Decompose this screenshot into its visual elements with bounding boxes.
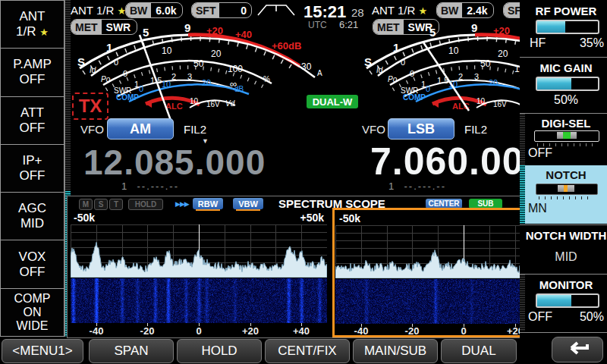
- digi-sel-state: OFF: [528, 146, 552, 160]
- notch-width-value: MID: [525, 250, 607, 264]
- ant-value: 1/R ★: [16, 24, 49, 40]
- main-sft-chip[interactable]: SFT 0: [191, 2, 252, 18]
- digi-sel-knob[interactable]: [557, 132, 577, 139]
- left-function-sidebar: ANT 1/R ★ P.AMP OFF ATT OFF IP+ OFF AGC …: [0, 0, 65, 337]
- svg-text:9: 9: [471, 24, 477, 34]
- svg-text:COMP: COMP: [116, 93, 139, 102]
- return-button[interactable]: [552, 337, 603, 362]
- svg-text:Id: Id: [376, 66, 383, 74]
- svg-text:2: 2: [458, 72, 463, 81]
- sidebar-item-ant[interactable]: ANT 1/R ★: [0, 0, 64, 48]
- main-memory-line: 1 --.---.--: [121, 180, 179, 192]
- sub-mode-button[interactable]: LSB: [388, 118, 454, 140]
- svg-text:10: 10: [162, 80, 171, 89]
- scope-t-button[interactable]: T: [109, 199, 123, 210]
- svg-text:+60dB: +60dB: [272, 40, 301, 52]
- mainsub-button[interactable]: MAIN/SUB: [353, 339, 438, 363]
- sidebar-item-comp[interactable]: COMP ON WIDE: [0, 288, 64, 337]
- main-scope-right-edge: +50k: [300, 212, 324, 224]
- notch-panel[interactable]: NOTCH MN: [525, 165, 607, 224]
- menu1-button[interactable]: <MENU1>: [2, 339, 83, 363]
- digi-sel-panel[interactable]: DIGI-SEL OFF: [525, 115, 607, 165]
- star-icon: ★: [418, 5, 427, 17]
- main-fil-label[interactable]: FIL2: [184, 123, 206, 136]
- vbw-button[interactable]: VBW: [233, 198, 263, 209]
- main-ant-indicator[interactable]: ANT 1/R ★: [71, 4, 126, 17]
- svg-text:2: 2: [171, 72, 176, 81]
- sidebar-item-vox[interactable]: VOX OFF: [0, 240, 64, 287]
- svg-text:Vd: Vd: [225, 99, 235, 108]
- rbw-button[interactable]: RBW: [193, 198, 223, 209]
- notch-slider[interactable]: [536, 184, 598, 195]
- scope-arrows-icon: ▶▶▶: [175, 200, 189, 208]
- dual-button[interactable]: DUAL: [441, 339, 517, 363]
- rf-power-bar[interactable]: [536, 20, 599, 34]
- mic-gain-bar[interactable]: [536, 77, 599, 91]
- scope-main-button[interactable]: M: [79, 199, 93, 210]
- svg-text:16V: 16V: [493, 100, 507, 108]
- filter-shape-icon[interactable]: [256, 3, 296, 16]
- scope-sub-button[interactable]: S: [94, 199, 108, 210]
- svg-text:S: S: [364, 55, 372, 68]
- centfix-button[interactable]: CENT/FIX: [265, 339, 350, 363]
- digi-sel-knob-center: [563, 132, 571, 139]
- svg-text:50: 50: [193, 58, 204, 69]
- notch-knob[interactable]: [558, 185, 574, 192]
- svg-text:20: 20: [489, 78, 498, 87]
- sub-ant-indicator[interactable]: ANT 1/R ★: [372, 4, 427, 17]
- svg-text:20: 20: [211, 49, 222, 59]
- svg-text:Po: Po: [388, 75, 398, 83]
- svg-text:0: 0: [114, 58, 118, 67]
- sub-fil-label[interactable]: FIL2: [464, 123, 487, 136]
- monitor-bar[interactable]: [536, 293, 599, 308]
- svg-text:10: 10: [190, 97, 199, 105]
- svg-text:10: 10: [448, 46, 459, 56]
- dualwatch-badge: DUAL-W: [307, 95, 358, 108]
- main-frequency-display[interactable]: 12.085.000: [83, 142, 266, 183]
- digi-sel-slider[interactable]: [534, 130, 599, 142]
- sidebar-item-ipplus[interactable]: IP+ OFF: [0, 144, 64, 192]
- svg-text:1: 1: [106, 41, 112, 54]
- svg-text:0: 0: [410, 69, 414, 78]
- svg-text:Id: Id: [90, 66, 96, 74]
- svg-text:3: 3: [187, 72, 192, 81]
- clock-seconds: 28: [351, 6, 364, 19]
- svg-text:A: A: [317, 69, 322, 77]
- main-analog-meter: S 1 5 9 +20 +40 +60dB Id 0 10 20 30 A Po…: [76, 24, 326, 119]
- tx-indicator: TX: [72, 93, 109, 120]
- svg-text:Po: Po: [101, 75, 111, 83]
- svg-text:20: 20: [202, 78, 211, 87]
- span-button[interactable]: SPAN: [89, 339, 174, 363]
- monitor-panel[interactable]: MONITOR OFF 50%: [525, 275, 607, 331]
- svg-text:100: 100: [228, 64, 243, 74]
- svg-text:0: 0: [139, 84, 143, 93]
- utc-time: 6:21: [339, 19, 358, 30]
- svg-text:0: 0: [123, 69, 127, 78]
- rf-power-panel[interactable]: RF POWER HF 35%: [525, 2, 607, 56]
- spectrum-scope-panel: M S T HOLD ▶▶▶ RBW VBW SPECTRUM SCOPE CE…: [67, 196, 521, 338]
- right-edge-ridge2: [520, 275, 525, 331]
- hold-button[interactable]: HOLD: [177, 339, 262, 363]
- main-waterfall[interactable]: [71, 278, 327, 323]
- svg-text:5: 5: [429, 26, 436, 39]
- sidebar-item-agc[interactable]: AGC MID: [0, 192, 64, 240]
- notch-width-panel[interactable]: NOTCH WIDTH MID: [525, 226, 607, 272]
- main-mode-button[interactable]: AM: [107, 118, 174, 140]
- mic-gain-value: 50%: [525, 93, 607, 107]
- back-arrow-icon: [562, 341, 593, 358]
- svg-text:ALC: ALC: [165, 102, 183, 111]
- sub-bw-chip[interactable]: BW 2.4k: [436, 2, 494, 18]
- main-scope-display[interactable]: -50k +50k -40 -20 0 +20 +40: [71, 210, 327, 336]
- sidebar-item-att[interactable]: ATT OFF: [0, 96, 64, 144]
- sidebar-item-pamp[interactable]: P.AMP OFF: [0, 48, 64, 96]
- scale-s: S: [77, 55, 85, 68]
- svg-text:1: 1: [393, 41, 399, 54]
- svg-text:%: %: [263, 75, 270, 83]
- svg-text:10: 10: [162, 46, 172, 56]
- svg-text:10: 10: [476, 97, 486, 105]
- main-bw-chip[interactable]: BW 6.0k: [125, 2, 183, 18]
- mic-gain-panel[interactable]: MIC GAIN 50%: [525, 58, 607, 112]
- scope-hold-button[interactable]: HOLD: [128, 199, 163, 210]
- rf-power-band: HF: [530, 36, 546, 50]
- main-scope-left-edge: -50k: [74, 212, 95, 224]
